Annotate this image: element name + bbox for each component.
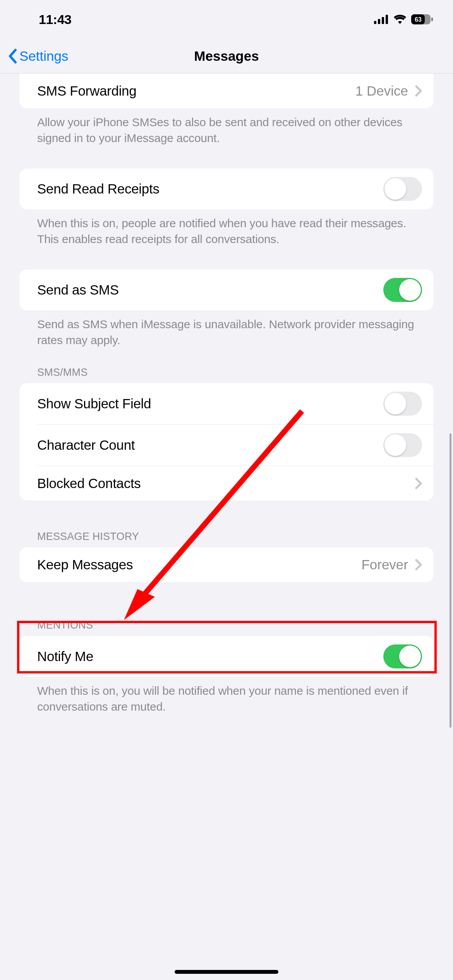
row-label: Notify Me bbox=[37, 649, 93, 664]
chevron-right-icon bbox=[415, 85, 422, 97]
toggle-notify-me[interactable] bbox=[383, 644, 422, 668]
content: SMS Forwarding 1 Device Allow your iPhon… bbox=[0, 74, 453, 714]
row-read-receipts[interactable]: Send Read Receipts bbox=[19, 168, 434, 209]
chevron-left-icon bbox=[8, 48, 17, 64]
back-button[interactable]: Settings bbox=[8, 48, 68, 64]
header-mentions: MENTIONS bbox=[19, 582, 434, 636]
footer-notify-me: When this is on, you will be notified wh… bbox=[19, 677, 434, 714]
svg-rect-0 bbox=[374, 21, 376, 24]
scroll-indicator[interactable] bbox=[450, 433, 451, 728]
header-sms-mms: SMS/MMS bbox=[19, 348, 434, 383]
svg-rect-7 bbox=[431, 17, 433, 21]
group-mentions: Notify Me bbox=[19, 636, 434, 677]
row-label: Character Count bbox=[37, 437, 135, 453]
chevron-right-icon bbox=[415, 559, 422, 571]
svg-text:63: 63 bbox=[415, 16, 422, 23]
row-label: Show Subject Field bbox=[37, 396, 151, 411]
toggle-read-receipts[interactable] bbox=[383, 177, 422, 201]
row-value: Forever bbox=[361, 557, 408, 572]
status-indicators: 63 bbox=[374, 14, 434, 24]
svg-rect-1 bbox=[378, 19, 380, 24]
footer-sms-forwarding: Allow your iPhone SMSes to also be sent … bbox=[19, 108, 434, 146]
row-keep-messages[interactable]: Keep Messages Forever bbox=[19, 547, 434, 582]
group-read-receipts: Send Read Receipts bbox=[19, 168, 434, 209]
group-sms-forwarding: SMS Forwarding 1 Device bbox=[19, 74, 434, 108]
toggle-character-count[interactable] bbox=[383, 433, 422, 457]
row-label: Send Read Receipts bbox=[37, 181, 160, 197]
row-send-as-sms[interactable]: Send as SMS bbox=[19, 269, 434, 310]
navigation-bar: Settings Messages bbox=[0, 39, 453, 74]
toggle-send-as-sms[interactable] bbox=[383, 278, 422, 302]
battery-icon: 63 bbox=[411, 14, 434, 24]
home-indicator[interactable] bbox=[175, 970, 278, 974]
svg-rect-3 bbox=[386, 15, 388, 24]
footer-read-receipts: When this is on, people are notified whe… bbox=[19, 209, 434, 247]
chevron-right-icon bbox=[415, 478, 422, 489]
row-label: Send as SMS bbox=[37, 282, 119, 298]
page-title: Messages bbox=[194, 48, 259, 64]
row-label: SMS Forwarding bbox=[37, 83, 136, 99]
row-show-subject-field[interactable]: Show Subject Field bbox=[19, 383, 434, 424]
status-bar: 11:43 63 bbox=[0, 0, 453, 39]
row-character-count[interactable]: Character Count bbox=[37, 424, 434, 466]
footer-send-as-sms: Send as SMS when iMessage is unavailable… bbox=[19, 310, 434, 348]
group-send-as-sms: Send as SMS bbox=[19, 269, 434, 310]
row-label: Blocked Contacts bbox=[37, 476, 141, 491]
row-value: 1 Device bbox=[355, 83, 408, 99]
cellular-icon bbox=[374, 15, 389, 24]
row-notify-me[interactable]: Notify Me bbox=[19, 636, 434, 677]
wifi-icon bbox=[393, 15, 407, 24]
status-time: 11:43 bbox=[39, 12, 71, 27]
group-message-history: Keep Messages Forever bbox=[19, 547, 434, 582]
row-label: Keep Messages bbox=[37, 557, 133, 572]
row-sms-forwarding[interactable]: SMS Forwarding 1 Device bbox=[19, 74, 434, 108]
group-sms-mms: Show Subject Field Character Count Block… bbox=[19, 383, 434, 500]
row-blocked-contacts[interactable]: Blocked Contacts bbox=[37, 466, 434, 500]
toggle-show-subject[interactable] bbox=[383, 392, 422, 416]
svg-rect-2 bbox=[382, 17, 384, 24]
header-message-history: MESSAGE HISTORY bbox=[19, 500, 434, 547]
back-label: Settings bbox=[19, 48, 68, 64]
